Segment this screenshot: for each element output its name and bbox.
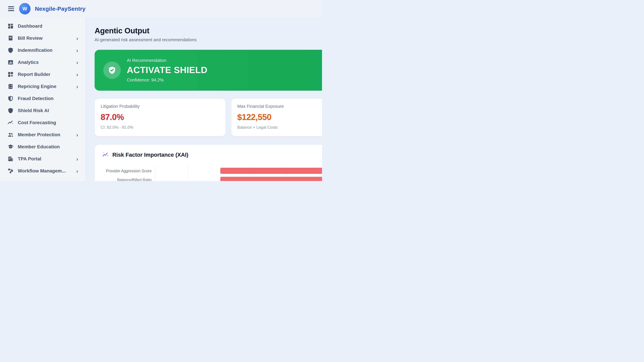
sidebar-item-label: Report Builder <box>18 72 50 77</box>
sidebar-item-label: Bill Review <box>18 35 42 41</box>
sidebar: DashboardBill Review›Indemnification›Ana… <box>0 17 86 181</box>
shield-check-icon <box>103 61 121 79</box>
bar-chart-icon <box>8 59 14 65</box>
stat-value: 87.0% <box>100 112 220 122</box>
banner-eyebrow: AI Recommendation <box>127 58 208 63</box>
stat-card-max-financial-exposure: Max Financial Exposure$122,550Balance + … <box>231 99 322 136</box>
chart-title: Risk Factor Importance (XAI) <box>112 152 188 158</box>
chart-plot-area <box>155 166 322 181</box>
sidebar-item-analytics[interactable]: Analytics› <box>3 56 82 68</box>
chevron-right-icon: › <box>76 71 78 77</box>
sidebar-item-label: Cost Forecasting <box>18 120 56 125</box>
sidebar-item-member-education[interactable]: Member Education <box>3 141 82 153</box>
sidebar-item-dashboard[interactable]: Dashboard <box>3 20 82 32</box>
bar-provider-aggression-score <box>220 168 322 174</box>
stat-value: $122,550 <box>237 112 322 122</box>
sidebar-item-repricing-engine[interactable]: Repricing Engine› <box>3 80 82 92</box>
chevron-right-icon: › <box>76 132 78 138</box>
sidebar-item-report-builder[interactable]: Report Builder› <box>3 68 82 80</box>
app-root: W Nexgile-PaySentry 5 J John Doe Dashboa… <box>0 0 322 181</box>
sidebar-item-bill-review[interactable]: Bill Review› <box>3 32 82 44</box>
sidebar-item-tpa-portal[interactable]: TPA Portal› <box>3 153 82 165</box>
chart-category-labels: Provider Aggression ScoreBalance/Billed … <box>102 166 155 181</box>
app-logo: W <box>19 3 30 14</box>
logo-letter: W <box>22 6 27 11</box>
main-content: Agentic Output AI-generated risk assessm… <box>86 17 322 181</box>
bar-chart: Provider Aggression ScoreBalance/Billed … <box>102 166 322 181</box>
chevron-right-icon: › <box>76 156 78 162</box>
graduation-cap-icon <box>8 144 14 150</box>
sidebar-item-workflow-managem[interactable]: Workflow Managem...› <box>3 165 82 177</box>
sidebar-item-label: TPA Portal <box>18 156 41 162</box>
recommendation-title: ACTIVATE SHIELD <box>127 65 208 75</box>
sidebar-item-label: Member Education <box>18 144 60 149</box>
confidence-text: Confidence: 94.2% <box>127 77 208 83</box>
banner-text: AI Recommendation ACTIVATE SHIELD Confid… <box>127 58 208 83</box>
category-label: Provider Aggression Score <box>102 166 155 175</box>
worker-icon <box>8 180 14 181</box>
ai-recommendation-banner: AI Recommendation ACTIVATE SHIELD Confid… <box>94 50 322 91</box>
bar-row <box>155 175 322 181</box>
stat-label: Max Financial Exposure <box>237 104 322 109</box>
bar-row <box>155 166 322 175</box>
receipt-icon <box>8 35 14 41</box>
stat-sub: Balance + Legal Costs <box>237 125 322 130</box>
sidebar-item-label: Dashboard <box>18 23 42 29</box>
sidebar-item-label: Fraud Detection <box>18 96 54 101</box>
chevron-right-icon: › <box>76 168 78 174</box>
sidebar-item-cost-forecasting[interactable]: Cost Forecasting <box>3 117 82 129</box>
sidebar-item-shield-risk-ai[interactable]: Shield Risk AI <box>3 105 82 117</box>
chevron-right-icon: › <box>76 59 78 65</box>
page-subtitle: AI-generated risk assessment and recomme… <box>94 37 196 42</box>
shell: DashboardBill Review›Indemnification›Ana… <box>0 17 322 181</box>
charts-row: Risk Factor Importance (XAI) Provider Ag… <box>94 145 322 181</box>
brand-name: Nexgile-PaySentry <box>35 5 86 12</box>
sidebar-item-fraud-detection[interactable]: Fraud Detection <box>3 92 82 105</box>
calculator-icon <box>8 83 14 90</box>
sidebar-item-label: Workers Comp <box>18 180 51 181</box>
sidebar-item-member-protection[interactable]: Member Protection› <box>3 129 82 141</box>
shield-icon <box>8 107 14 114</box>
chevron-right-icon: › <box>76 35 78 41</box>
chevron-right-icon: › <box>76 84 78 89</box>
sidebar-item-indemnification[interactable]: Indemnification› <box>3 44 82 56</box>
sidebar-item-label: Repricing Engine <box>18 84 56 89</box>
sidebar-item-workers-comp[interactable]: Workers Comp› <box>3 177 82 181</box>
topbar: W Nexgile-PaySentry 5 J John Doe <box>0 0 322 17</box>
sidebar-item-label: Shield Risk AI <box>18 108 49 113</box>
risk-factor-chart-card: Risk Factor Importance (XAI) Provider Ag… <box>94 145 322 181</box>
shield-half-icon <box>8 95 14 102</box>
bar-balance-billed-ratio <box>220 177 322 181</box>
workflow-icon <box>8 168 14 174</box>
chevron-right-icon: › <box>76 180 78 181</box>
xai-trend-icon <box>102 151 109 158</box>
stat-cards-row: Litigation Probability87.0%CI: 82.0% - 9… <box>94 99 322 136</box>
sidebar-item-label: Member Protection <box>18 132 60 137</box>
stat-sub: CI: 82.0% - 91.0% <box>100 125 220 130</box>
page-header: Agentic Output AI-generated risk assessm… <box>94 26 322 42</box>
page-title: Agentic Output <box>94 26 196 35</box>
dashboard-icon <box>8 23 14 29</box>
sidebar-nav: DashboardBill Review›Indemnification›Ana… <box>0 17 86 181</box>
menu-icon[interactable] <box>8 5 15 12</box>
sidebar-item-label: Analytics <box>18 60 39 65</box>
people-icon <box>8 132 14 138</box>
stat-label: Litigation Probability <box>100 104 220 109</box>
sidebar-item-label: Indemnification <box>18 48 52 53</box>
chevron-right-icon: › <box>76 47 78 53</box>
sidebar-item-label: Workflow Managem... <box>18 168 66 174</box>
category-label: Balance/Billed Ratio <box>102 175 155 181</box>
shield-icon <box>8 47 14 53</box>
building-icon <box>8 156 14 162</box>
stat-card-litigation-probability: Litigation Probability87.0%CI: 82.0% - 9… <box>94 99 226 136</box>
report-builder-icon <box>8 71 14 78</box>
trend-sparkle-icon <box>8 119 14 126</box>
